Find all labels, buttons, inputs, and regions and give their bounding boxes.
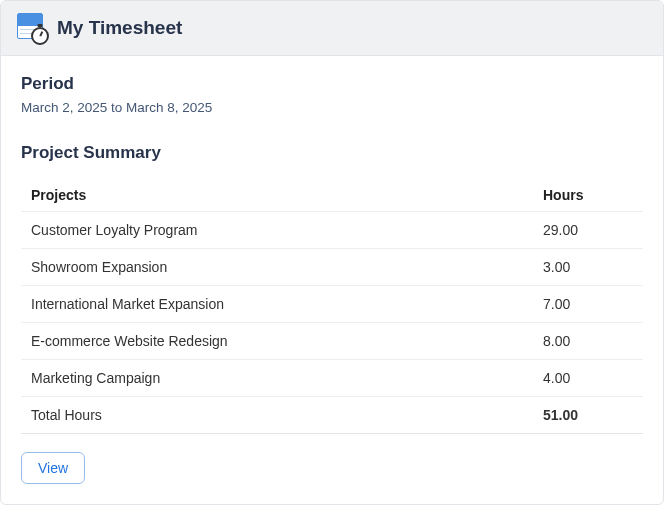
view-button[interactable]: View <box>21 452 85 484</box>
project-name: Customer Loyalty Program <box>21 212 533 249</box>
table-header-row: Projects Hours <box>21 179 643 212</box>
project-hours: 4.00 <box>533 360 643 397</box>
project-hours: 7.00 <box>533 286 643 323</box>
table-row: Marketing Campaign 4.00 <box>21 360 643 397</box>
project-name: Showroom Expansion <box>21 249 533 286</box>
timesheet-card: My Timesheet Period March 2, 2025 to Mar… <box>0 0 664 505</box>
table-row: E-commerce Website Redesign 8.00 <box>21 323 643 360</box>
project-name: E-commerce Website Redesign <box>21 323 533 360</box>
timesheet-icon <box>17 13 47 43</box>
total-label: Total Hours <box>21 397 533 434</box>
table-row: Showroom Expansion 3.00 <box>21 249 643 286</box>
total-hours: 51.00 <box>533 397 643 434</box>
table-row: Customer Loyalty Program 29.00 <box>21 212 643 249</box>
card-title: My Timesheet <box>57 17 182 39</box>
project-hours: 8.00 <box>533 323 643 360</box>
project-name: Marketing Campaign <box>21 360 533 397</box>
summary-table: Projects Hours Customer Loyalty Program … <box>21 179 643 434</box>
total-row: Total Hours 51.00 <box>21 397 643 434</box>
col-hours: Hours <box>533 179 643 212</box>
summary-heading: Project Summary <box>21 143 643 163</box>
project-hours: 29.00 <box>533 212 643 249</box>
card-header: My Timesheet <box>1 1 663 56</box>
project-hours: 3.00 <box>533 249 643 286</box>
period-text: March 2, 2025 to March 8, 2025 <box>21 100 643 115</box>
col-projects: Projects <box>21 179 533 212</box>
project-name: International Market Expansion <box>21 286 533 323</box>
period-label: Period <box>21 74 643 94</box>
card-body: Period March 2, 2025 to March 8, 2025 Pr… <box>1 56 663 504</box>
table-row: International Market Expansion 7.00 <box>21 286 643 323</box>
